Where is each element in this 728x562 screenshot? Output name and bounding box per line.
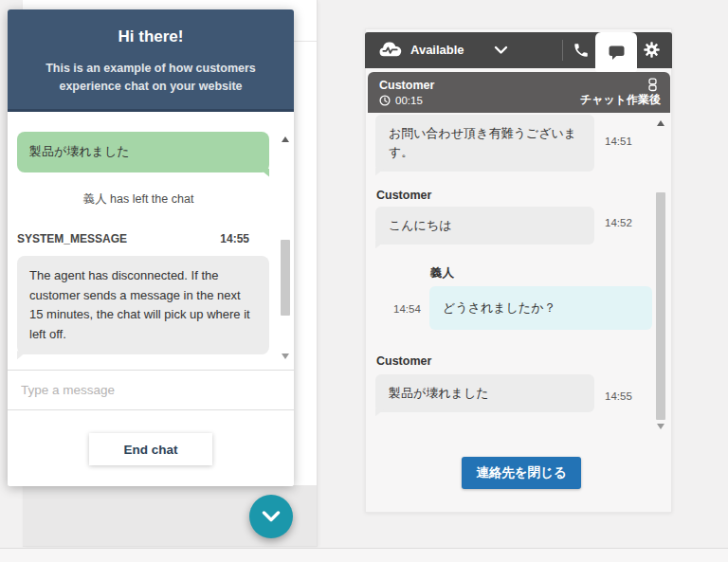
message-text: どうされましたか？ [443, 300, 555, 315]
customer-message-text: 製品が壊れました [29, 144, 130, 158]
chat-transcript-area: 製品が壊れました 義人 has left the chat SYSTEM_MES… [8, 112, 294, 370]
contact-control-panel: Available [365, 28, 672, 513]
agent-status-selector[interactable]: Available [410, 43, 464, 57]
contact-tab-customer[interactable]: Customer 00:15 チャット作業後 [368, 72, 670, 113]
toolbar-divider [562, 40, 563, 61]
widget-subtitle-line2: experience chat on your website [32, 78, 269, 96]
clock-icon [379, 95, 391, 106]
amazon-connect-logo-icon [377, 41, 403, 60]
phone-icon[interactable] [573, 42, 590, 59]
scroll-up-arrow-icon[interactable] [282, 136, 289, 142]
ccp-scrollbar[interactable] [655, 118, 666, 433]
after-contact-work-hourglass-icon [647, 78, 658, 92]
widget-subtitle-line1: This is an example of how customers [32, 60, 269, 78]
chat-widget-header: Hi there! This is an example of how cust… [8, 9, 294, 112]
end-chat-button[interactable]: End chat [89, 433, 212, 465]
message-text: こんにちは [389, 218, 452, 232]
system-message-time: 14:55 [220, 232, 249, 245]
system-message-bubble: The agent has disconnected. If the custo… [17, 256, 269, 354]
scroll-down-arrow-icon[interactable] [657, 424, 664, 429]
agent-message-bubble: どうされましたか？ [429, 286, 652, 330]
settings-gear-icon[interactable] [644, 42, 660, 58]
contact-state-label: チャット作業後 [580, 92, 661, 108]
customer-message-bubble: 製品が壊れました [17, 132, 269, 172]
sender-label-customer: Customer [376, 354, 431, 368]
message-text: お問い合わせ頂き有難うございます。 [389, 126, 576, 159]
message-time: 14:52 [605, 217, 632, 228]
scrollbar-thumb[interactable] [656, 192, 665, 420]
chat-event-text: 義人 has left the chat [8, 191, 269, 208]
bubble-tail [375, 168, 385, 175]
message-time: 14:55 [605, 390, 632, 402]
amazon-connect-chat-test-page: Hi there! This is an example of how cust… [0, 0, 728, 562]
contact-timer: 00:15 [395, 95, 423, 106]
scrollbar-thumb[interactable] [281, 240, 290, 316]
bubble-tail [259, 169, 269, 177]
scroll-up-arrow-icon[interactable] [657, 120, 664, 126]
bubble-tail [375, 241, 385, 248]
system-message-row: SYSTEM_MESSAGE 14:55 [17, 232, 249, 245]
message-input[interactable] [21, 383, 281, 397]
ccp-chat-transcript: お問い合わせ頂き有難うございます。 14:51 Customer こんにちは 1… [368, 113, 670, 437]
system-message-label: SYSTEM_MESSAGE [17, 232, 127, 245]
message-time: 14:54 [393, 303, 421, 315]
scroll-down-arrow-icon[interactable] [282, 354, 289, 359]
collapse-chat-fab-button[interactable] [249, 495, 293, 538]
chevron-down-icon [262, 511, 281, 522]
chat-channel-tab[interactable] [595, 32, 637, 72]
widget-scrollbar[interactable] [280, 135, 291, 368]
contact-name: Customer [379, 79, 659, 92]
widget-subtitle: This is an example of how customers expe… [32, 60, 269, 97]
bubble-tail [17, 351, 27, 359]
chat-message-bubble: 製品が壊れました [375, 374, 594, 412]
chat-message-bubble: こんにちは [375, 207, 594, 245]
chat-widget-footer: End chat [8, 410, 294, 486]
ccp-top-bar: Available [365, 32, 672, 68]
message-input-area [8, 370, 294, 410]
widget-title: Hi there! [32, 27, 269, 46]
chat-message-bubble: お問い合わせ頂き有難うございます。 [375, 115, 594, 172]
customer-chat-widget: Hi there! This is an example of how cust… [8, 9, 294, 486]
page-bottom-strip [0, 548, 728, 562]
bubble-tail [375, 408, 385, 416]
message-time: 14:51 [605, 136, 632, 147]
message-text: 製品が壊れました [389, 386, 489, 400]
status-chevron-down-icon[interactable] [494, 45, 508, 55]
system-message-text: The agent has disconnected. If the custo… [29, 268, 250, 341]
sender-label-agent: 義人 [430, 265, 454, 281]
chat-bubble-icon [608, 45, 626, 61]
close-contact-button[interactable]: 連絡先を閉じる [462, 457, 581, 489]
sender-label-customer: Customer [376, 189, 431, 202]
